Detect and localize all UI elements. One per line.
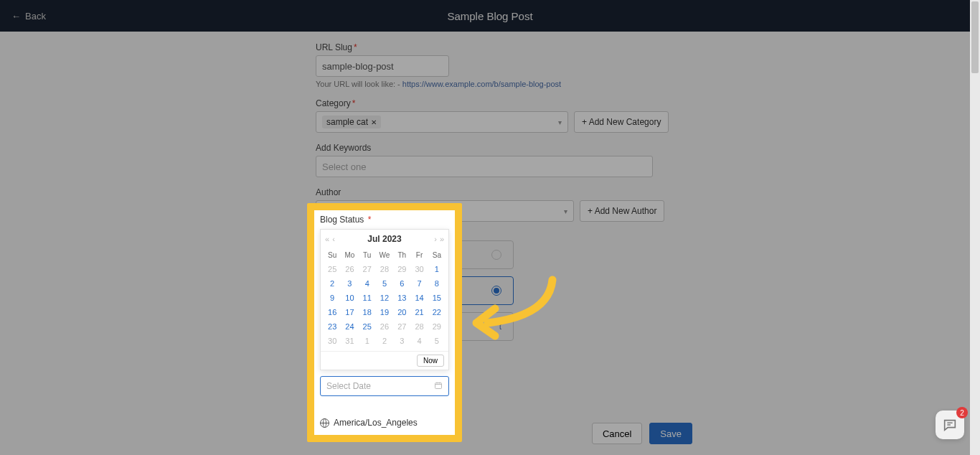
calendar-day[interactable]: 24 — [341, 319, 358, 334]
globe-icon — [320, 418, 329, 428]
calendar-day[interactable]: 30 — [410, 262, 428, 276]
calendar-day[interactable]: 13 — [393, 291, 410, 305]
scrollbar[interactable] — [970, 0, 980, 455]
calendar-day[interactable]: 16 — [324, 305, 341, 319]
calendar-day[interactable]: 3 — [341, 276, 358, 291]
calendar-day[interactable]: 5 — [428, 334, 446, 348]
blog-status-label: Blog Status * — [320, 215, 449, 225]
calendar-dow: Mo — [341, 248, 358, 262]
date-picker: « ‹ Jul 2023 › » SuMoTuWeThFrSa252627282… — [320, 229, 449, 370]
calendar-day[interactable]: 25 — [324, 262, 341, 276]
calendar-day[interactable]: 1 — [428, 262, 446, 276]
calendar-day[interactable]: 25 — [359, 319, 376, 334]
calendar-day[interactable]: 5 — [376, 276, 393, 291]
calendar-dow: Th — [393, 248, 410, 262]
prev-year-icon[interactable]: « — [325, 235, 329, 243]
required-asterisk: * — [368, 215, 372, 225]
calendar-day[interactable]: 12 — [376, 291, 393, 305]
calendar-day[interactable]: 17 — [341, 305, 358, 319]
calendar-day[interactable]: 4 — [410, 334, 428, 348]
calendar-day[interactable]: 3 — [393, 334, 410, 348]
calendar-day[interactable]: 10 — [341, 291, 358, 305]
calendar-month[interactable]: Jul 2023 — [367, 234, 401, 244]
prev-month-icon[interactable]: ‹ — [332, 235, 335, 243]
calendar-day[interactable]: 27 — [359, 262, 376, 276]
calendar-day[interactable]: 20 — [393, 305, 410, 319]
calendar-day[interactable]: 29 — [393, 262, 410, 276]
calendar-day[interactable]: 2 — [376, 334, 393, 348]
calendar-day[interactable]: 31 — [341, 334, 358, 348]
svg-rect-0 — [435, 383, 442, 388]
calendar-dow: Tu — [359, 248, 376, 262]
calendar-day[interactable]: 7 — [410, 276, 428, 291]
calendar-dow: Fr — [410, 248, 428, 262]
calendar-day[interactable]: 26 — [376, 319, 393, 334]
calendar-day[interactable]: 14 — [410, 291, 428, 305]
calendar-dow: Su — [324, 248, 341, 262]
date-placeholder: Select Date — [326, 381, 371, 391]
calendar-day[interactable]: 28 — [376, 262, 393, 276]
calendar-footer: Now — [321, 351, 448, 370]
modal-overlay — [0, 0, 980, 455]
calendar-grid: SuMoTuWeThFrSa25262728293012345678910111… — [321, 248, 448, 351]
calendar-day[interactable]: 2 — [324, 276, 341, 291]
calendar-day[interactable]: 19 — [376, 305, 393, 319]
calendar-day[interactable]: 1 — [359, 334, 376, 348]
next-month-icon[interactable]: › — [434, 235, 437, 243]
calendar-day[interactable]: 28 — [410, 319, 428, 334]
calendar-day[interactable]: 9 — [324, 291, 341, 305]
calendar-dow: Sa — [428, 248, 446, 262]
date-input[interactable]: Select Date — [320, 376, 449, 396]
calendar-day[interactable]: 26 — [341, 262, 358, 276]
next-year-icon[interactable]: » — [440, 235, 444, 243]
calendar-day[interactable]: 22 — [428, 305, 446, 319]
calendar-day[interactable]: 11 — [359, 291, 376, 305]
calendar-day[interactable]: 30 — [324, 334, 341, 348]
calendar-dow: We — [376, 248, 393, 262]
calendar-icon — [434, 381, 443, 392]
calendar-header: « ‹ Jul 2023 › » — [321, 230, 448, 248]
chat-icon — [942, 417, 958, 433]
calendar-day[interactable]: 15 — [428, 291, 446, 305]
scrollbar-thumb[interactable] — [971, 1, 979, 73]
blog-status-panel: Blog Status * « ‹ Jul 2023 › » SuMoTuWeT… — [307, 203, 462, 442]
calendar-day[interactable]: 21 — [410, 305, 428, 319]
calendar-day[interactable]: 29 — [428, 319, 446, 334]
chat-badge: 2 — [956, 407, 968, 418]
chat-widget[interactable]: 2 — [936, 411, 964, 439]
calendar-day[interactable]: 23 — [324, 319, 341, 334]
calendar-day[interactable]: 27 — [393, 319, 410, 334]
calendar-day[interactable]: 6 — [393, 276, 410, 291]
timezone-label: America/Los_Angeles — [334, 418, 418, 428]
calendar-day[interactable]: 4 — [359, 276, 376, 291]
calendar-day[interactable]: 8 — [428, 276, 446, 291]
timezone-row[interactable]: America/Los_Angeles — [320, 418, 449, 428]
now-button[interactable]: Now — [417, 355, 444, 367]
calendar-day[interactable]: 18 — [359, 305, 376, 319]
